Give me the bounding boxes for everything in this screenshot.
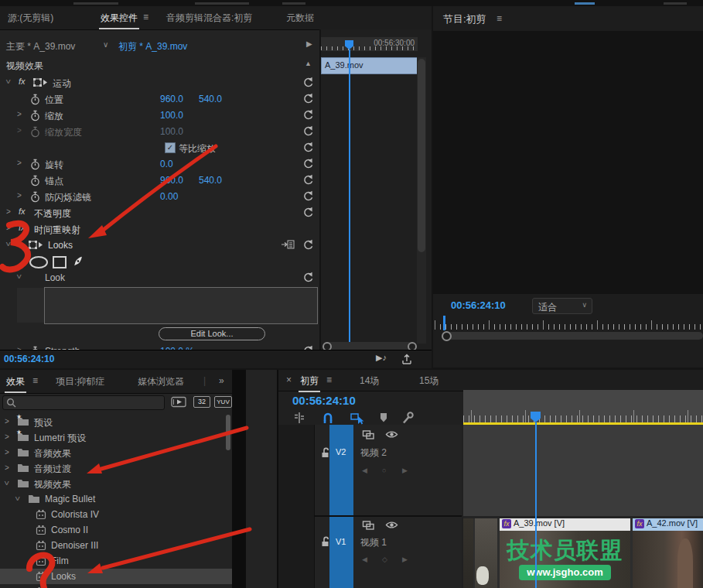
reset-icon[interactable] xyxy=(302,272,313,282)
zoom-level-select[interactable]: 适合 ∨ xyxy=(532,298,592,314)
panel-menu-icon[interactable]: ≡ xyxy=(32,375,38,386)
tree-item-audio-effects[interactable]: > 音频效果 xyxy=(0,445,223,460)
ec-scrollbar-track[interactable] xyxy=(417,57,426,344)
tab-media-browser[interactable]: 媒体浏览器 xyxy=(138,375,184,388)
expand-caret-icon[interactable]: > xyxy=(6,224,11,232)
stopwatch-icon[interactable] xyxy=(29,159,41,170)
param-value-y[interactable]: 540.0 xyxy=(199,175,222,186)
tree-item-looks[interactable]: Looks xyxy=(0,569,232,584)
clip-fx-badge[interactable]: fx xyxy=(635,519,644,528)
timeline-playhead-line[interactable] xyxy=(535,422,537,588)
timeline-ruler[interactable] xyxy=(463,390,703,422)
mask-ellipse-icon[interactable] xyxy=(29,256,48,268)
program-title[interactable]: 节目:初剪 xyxy=(443,12,486,26)
look-group-row[interactable]: > Look xyxy=(0,269,319,285)
expand-caret-icon[interactable]: > xyxy=(5,417,9,426)
mask-rectangle-icon[interactable] xyxy=(53,256,67,268)
effect-row-scale[interactable]: > 缩放 100.0 xyxy=(0,107,319,124)
track-output-eye-icon[interactable] xyxy=(385,520,398,530)
uniform-scale-checkbox[interactable]: ✓ xyxy=(165,142,176,153)
tree-item-audio-transitions[interactable]: > 音频过渡 xyxy=(0,460,223,476)
tab-source-monitor[interactable]: 源:(无剪辑) xyxy=(8,12,53,25)
tree-item-video-effects[interactable]: > 视频效果 xyxy=(0,476,223,491)
effect-row-motion[interactable]: > fx 运动 xyxy=(0,74,319,91)
effect-row-antiflicker[interactable]: > 防闪烁滤镜 0.00 xyxy=(0,188,319,205)
mini-clip-bar[interactable]: A_39.mov xyxy=(321,57,419,74)
param-value[interactable]: 0.0 xyxy=(160,159,173,169)
expand-caret-icon[interactable]: > xyxy=(5,463,9,472)
reset-icon[interactable] xyxy=(302,77,313,87)
ec-scrollbar-thumb[interactable] xyxy=(418,59,425,252)
tree-item-colorista[interactable]: Colorista IV xyxy=(0,507,223,522)
prev-keyframe-icon[interactable]: ◀ xyxy=(362,556,367,563)
effect-row-rotation[interactable]: > 旋转 0.0 xyxy=(0,156,319,173)
effect-row-uniform-scale[interactable]: ✓ 等比缩放 xyxy=(0,139,319,156)
tab-effects[interactable]: 效果 xyxy=(6,375,25,388)
section-collapse-icon[interactable]: ▲ xyxy=(305,60,312,67)
export-frame-icon[interactable] xyxy=(401,353,413,365)
program-scrollbar[interactable] xyxy=(447,332,703,340)
reset-icon[interactable] xyxy=(302,142,313,152)
expand-caret-icon[interactable]: > xyxy=(17,191,22,200)
expand-caret-icon[interactable]: > xyxy=(17,159,22,167)
tree-item-presets[interactable]: > ★ 预设 xyxy=(0,414,223,429)
expand-caret-icon[interactable]: > xyxy=(4,80,12,84)
mini-zoom-bar[interactable] xyxy=(323,342,412,350)
reset-icon[interactable] xyxy=(302,93,313,104)
panel-overflow-icon[interactable]: » xyxy=(219,375,224,386)
reset-icon[interactable] xyxy=(302,190,313,201)
reset-icon[interactable] xyxy=(302,207,313,217)
tree-item-partial[interactable] xyxy=(0,584,223,588)
expand-caret-icon[interactable]: > xyxy=(5,448,9,456)
track-v2-content[interactable] xyxy=(463,425,703,516)
tree-item-magic-bullet[interactable]: > Magic Bullet xyxy=(0,491,223,507)
param-value-x[interactable]: 960.0 xyxy=(160,94,183,104)
snap-magnet-icon[interactable] xyxy=(321,411,335,425)
param-value-x[interactable]: 960.0 xyxy=(160,175,183,186)
linked-selection-icon[interactable] xyxy=(350,411,365,425)
stopwatch-icon[interactable] xyxy=(29,110,41,121)
track-output-eye-icon[interactable] xyxy=(385,429,398,439)
tab-sequence-14[interactable]: 14场 xyxy=(360,374,379,388)
master-collapse-icon[interactable]: ∨ xyxy=(103,40,108,49)
stopwatch-icon[interactable] xyxy=(29,191,41,203)
effects-yuv-badge[interactable]: YUV xyxy=(214,396,232,408)
param-value-y[interactable]: 540.0 xyxy=(199,94,222,104)
close-icon[interactable]: × xyxy=(286,374,292,385)
reset-icon[interactable] xyxy=(302,109,313,120)
play-audio-icon[interactable]: ▶♪ xyxy=(376,353,387,363)
clip-a39[interactable]: fxA_39.mov [V] 技术员联盟 www.jsgho.com xyxy=(500,518,630,588)
program-playhead[interactable] xyxy=(443,316,445,330)
prev-keyframe-icon[interactable]: ◀ xyxy=(362,467,367,474)
reset-icon[interactable] xyxy=(302,239,313,250)
expand-caret-icon[interactable]: > xyxy=(13,497,22,501)
program-scroll-handle[interactable] xyxy=(442,331,452,341)
expand-caret-icon[interactable]: > xyxy=(5,432,9,441)
clip-a39-header[interactable]: fxA_39.mov [V] xyxy=(500,518,630,531)
stopwatch-icon[interactable] xyxy=(29,175,41,186)
effects-32bit-badge[interactable]: 32 xyxy=(193,396,210,408)
clip-a42-header[interactable]: fxA_42.mov [V] xyxy=(633,518,703,531)
tab-sequence-15[interactable]: 15场 xyxy=(419,374,439,388)
nest-source-icon[interactable] xyxy=(292,412,306,424)
tree-item-cosmo[interactable]: Cosmo II xyxy=(0,522,223,538)
tree-item-lumetri-presets[interactable]: > ★ Lumetri 预设 xyxy=(0,429,223,445)
add-keyframe-icon[interactable]: ◇ xyxy=(382,556,387,563)
sync-lock-icon[interactable] xyxy=(362,520,376,531)
master-clip-label[interactable]: 主要 * A_39.mov xyxy=(6,40,75,53)
track-target-v1[interactable]: V1 xyxy=(329,517,353,588)
tab-sequence-active[interactable]: 初剪 xyxy=(300,374,319,388)
reset-icon[interactable] xyxy=(302,174,313,185)
clip-partial-left[interactable] xyxy=(463,518,473,588)
tab-project[interactable]: 项目:抑郁症 xyxy=(56,375,104,388)
accelerated-effects-icon[interactable] xyxy=(171,396,186,408)
track-target-v2[interactable]: V2 xyxy=(329,425,353,515)
expand-caret-icon[interactable]: > xyxy=(17,110,22,118)
timeline-timecode[interactable]: 00:56:24:10 xyxy=(292,394,356,407)
ec-timecode[interactable]: 00:56:24:10 xyxy=(4,354,54,364)
mask-pen-icon[interactable] xyxy=(69,252,87,270)
video-effects-header[interactable]: 视频效果 ▲ xyxy=(0,56,319,75)
tab-metadata[interactable]: 元数据 xyxy=(286,12,314,25)
track-name[interactable]: 视频 2 xyxy=(360,446,387,460)
param-value[interactable]: 100.0 xyxy=(160,110,183,121)
